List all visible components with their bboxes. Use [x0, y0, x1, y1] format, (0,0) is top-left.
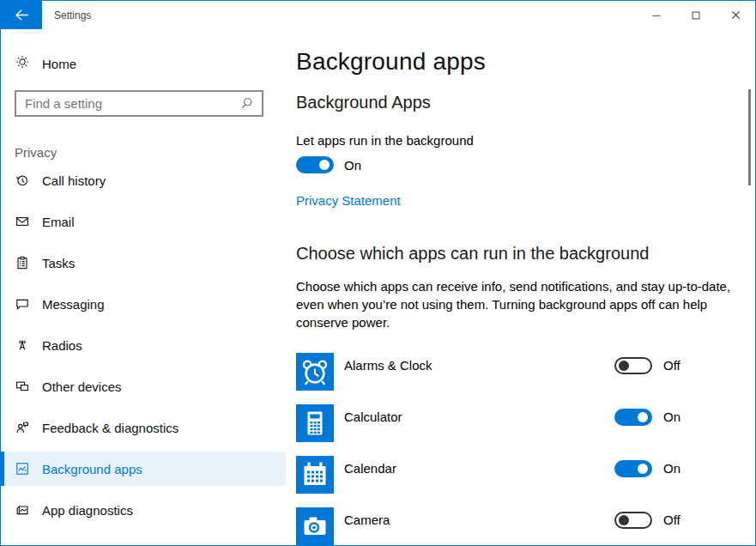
camera-toggle[interactable] [614, 512, 652, 529]
close-icon [729, 9, 742, 21]
other-devices-icon [15, 379, 29, 393]
selected-accent-bar [1, 204, 4, 239]
search-box [15, 90, 263, 117]
sidebar-item-label: Call history [42, 173, 106, 188]
sidebar-item-label: Tasks [42, 256, 75, 270]
search-icon [240, 97, 253, 110]
window-controls [637, 1, 755, 29]
camera-icon [296, 507, 334, 545]
sidebar-item-tasks[interactable]: Tasks [1, 246, 286, 280]
sidebar-item-other-devices[interactable]: Other devices [1, 369, 286, 403]
sidebar-item-feedback[interactable]: Feedback & diagnostics [1, 410, 286, 445]
calculator-toggle[interactable] [614, 409, 652, 426]
minimize-icon [650, 9, 662, 21]
app-name: Calendar [344, 460, 396, 477]
sidebar-section-header: Privacy [15, 145, 57, 160]
titlebar: Settings [1, 1, 755, 29]
sidebar-item-background-apps[interactable]: Background apps [1, 452, 286, 486]
selected-accent-bar [1, 452, 4, 486]
sidebar-item-label: Messaging [42, 297, 105, 312]
scrollbar-thumb[interactable] [748, 89, 751, 185]
feedback-icon [15, 421, 29, 434]
messaging-icon [15, 297, 29, 311]
sidebar-item-label: Email [42, 215, 75, 229]
background-apps-icon [15, 462, 29, 476]
app-list: Alarms & Clock Off Calculator On Calenda… [296, 29, 755, 545]
settings-window: Settings Home [0, 0, 756, 546]
close-button[interactable] [716, 1, 755, 29]
sidebar-item-label: Radios [42, 338, 82, 353]
app-toggle-state: On [663, 460, 680, 477]
call-history-icon [15, 173, 29, 187]
selected-accent-bar [1, 246, 4, 280]
sidebar-item-messaging[interactable]: Messaging [1, 287, 286, 321]
app-name: Calculator [344, 409, 402, 426]
tasks-icon [15, 256, 29, 270]
sidebar-item-label: App diagnostics [42, 503, 133, 518]
email-icon [15, 215, 29, 228]
alarms-clock-icon [296, 353, 334, 391]
app-row: Alarms & Clock Off [296, 353, 756, 404]
back-button[interactable] [1, 1, 42, 29]
window-title: Settings [54, 1, 91, 29]
calendar-icon [296, 456, 334, 494]
sidebar-item-radios[interactable]: Radios [1, 328, 286, 362]
app-name: Alarms & Clock [344, 357, 432, 374]
app-toggle-state: Off [663, 357, 680, 374]
app-toggle-state: Off [663, 512, 680, 529]
maximize-icon [690, 9, 702, 21]
back-arrow-icon [15, 8, 29, 22]
sidebar-item-call-history[interactable]: Call history [1, 163, 286, 197]
gear-icon [15, 55, 29, 72]
sidebar-item-app-diagnostics[interactable]: App diagnostics [1, 493, 286, 527]
app-row: Calculator On [296, 404, 756, 456]
selected-accent-bar [1, 287, 4, 321]
sidebar-item-label: Background apps [42, 462, 142, 476]
search-input[interactable] [16, 96, 240, 111]
sidebar: Home Privacy Call history Email Tasks Me… [1, 29, 286, 545]
selected-accent-bar [1, 328, 4, 362]
main-content: Background apps Background Apps Let apps… [296, 29, 755, 545]
selected-accent-bar [1, 369, 4, 403]
sidebar-nav: Call history Email Tasks Messaging Radio… [1, 163, 286, 534]
sidebar-item-label: Feedback & diagnostics [42, 421, 178, 435]
app-row: Camera Off [296, 507, 756, 546]
calculator-icon [296, 404, 334, 442]
app-toggle-state: On [663, 409, 680, 426]
alarms-clock-toggle[interactable] [614, 357, 652, 374]
selected-accent-bar [1, 410, 4, 445]
selected-accent-bar [1, 163, 4, 197]
maximize-button[interactable] [676, 1, 716, 29]
sidebar-item-home[interactable]: Home [1, 46, 286, 81]
selected-accent-bar [1, 493, 4, 527]
sidebar-item-email[interactable]: Email [1, 204, 286, 239]
sidebar-item-label: Other devices [42, 379, 122, 394]
app-row: Calendar On [296, 456, 756, 507]
scrollbar-track[interactable] [744, 29, 754, 544]
app-name: Camera [344, 512, 390, 529]
app-diagnostics-icon [15, 503, 29, 517]
minimize-button[interactable] [637, 1, 676, 29]
home-label: Home [42, 57, 76, 71]
radios-icon [15, 338, 29, 352]
calendar-toggle[interactable] [614, 460, 652, 477]
